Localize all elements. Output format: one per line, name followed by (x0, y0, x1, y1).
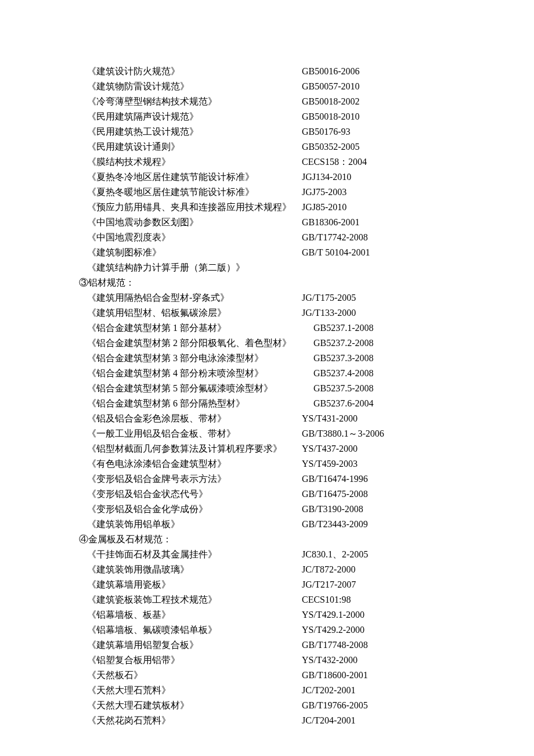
standard-code: GB50176-93 (302, 124, 534, 139)
standard-name: 《膜结构技术规程》 (87, 154, 302, 170)
standard-row: 《铝合金建筑型材第 2 部分阳极氧化、着色型材》GB5237.2-2008 (87, 336, 534, 351)
standard-code: JGJ75-2003 (302, 185, 534, 200)
standard-row: 《有色电泳涂漆铝合金建筑型材》YS/T459-2003 (87, 456, 534, 471)
standard-row: 《膜结构技术规程》CECS158：2004 (87, 154, 534, 170)
standard-code: YS/T429.1-2000 (302, 607, 534, 622)
standard-code: JG/T133-2000 (302, 305, 534, 321)
standard-code (302, 260, 534, 275)
standard-row: 《建筑装饰用微晶玻璃》JC/T872-2000 (87, 562, 534, 577)
standard-code: GB50018-2010 (302, 109, 534, 124)
standard-code: CECS101:98 (302, 592, 534, 607)
standard-row: 《建筑瓷板装饰工程技术规范》CECS101:98 (87, 592, 534, 607)
standard-row: 《铝幕墙板、氟碳喷漆铝单板》YS/T429.2-2000 (87, 622, 534, 638)
standard-name: 《有色电泳涂漆铝合金建筑型材》 (87, 456, 302, 471)
standard-row: 《建筑制图标准》GB/T 50104-2001 (87, 245, 534, 260)
standard-row: 《夏热冬冷地区居住建筑节能设计标准》JGJ134-2010 (87, 170, 534, 185)
standard-row: 《铝幕墙板、板基》YS/T429.1-2000 (87, 607, 534, 622)
standard-row: 《铝合金建筑型材第 6 部分隔热型材》GB5237.6-2004 (87, 396, 534, 411)
standard-row: 《民用建筑隔声设计规范》GB50018-2010 (87, 109, 534, 124)
standard-name: 《中国地震烈度表》 (87, 230, 302, 245)
standard-code: GB/T16474-1996 (302, 471, 534, 487)
standard-row: 《天然大理石荒料》JC/T202-2001 (87, 683, 534, 698)
standard-code: YS/T437-2000 (302, 441, 534, 456)
standard-name: 《铝合金建筑型材第 5 部分氟碳漆喷涂型材》 (87, 381, 302, 396)
standard-name: 《铝合金建筑型材第 3 部分电泳涂漆型材》 (87, 351, 302, 366)
standard-code: GB50352-2005 (302, 139, 534, 154)
standard-row: 《建筑幕墙用铝塑复合板》GB/T17748-2008 (87, 638, 534, 653)
standard-name: 《建筑制图标准》 (87, 245, 302, 260)
standard-row: 《建筑结构静力计算手册（第二版）》 (87, 260, 534, 275)
standard-code: GB50057-2010 (302, 79, 534, 94)
standard-name: 《铝合金建筑型材第 4 部分粉末喷涂型材》 (87, 366, 302, 381)
standard-name: 《冷弯薄壁型钢结构技术规范》 (87, 94, 302, 109)
standard-row: 《变形铝及铝合金化学成份》GB/T3190-2008 (87, 502, 534, 517)
standard-row: 《天然大理石建筑板材》GB/T19766-2005 (87, 698, 534, 713)
standard-row: 《铝及铝合金彩色涂层板、带材》YS/T431-2000 (87, 411, 534, 426)
standard-name: 《干挂饰面石材及其金属挂件》 (87, 547, 302, 562)
standard-row: 《冷弯薄壁型钢结构技术规范》GB50018-2002 (87, 94, 534, 109)
standard-name: 《夏热冬冷地区居住建筑节能设计标准》 (87, 170, 302, 185)
standard-name: 《建筑设计防火规范》 (87, 64, 302, 79)
standard-row: 《建筑用隔热铝合金型材-穿条式》JG/T175-2005 (87, 290, 534, 305)
standard-row: 《铝合金建筑型材第 4 部分粉末喷涂型材》GB5237.4-2008 (87, 366, 534, 381)
standard-code: JC830.1、2-2005 (302, 547, 534, 562)
standard-name: 《建筑幕墙用铝塑复合板》 (87, 638, 302, 653)
standard-row: 《铝塑复合板用铝带》YS/T432-2000 (87, 653, 534, 668)
standard-code: JC/T204-2001 (302, 713, 534, 728)
standard-row: 《铝型材截面几何参数算法及计算机程序要求》YS/T437-2000 (87, 441, 534, 456)
standard-code: GB/T 50104-2001 (302, 245, 534, 260)
standard-row: 《天然花岗石荒料》JC/T204-2001 (87, 713, 534, 728)
standard-name: 《建筑幕墙用瓷板》 (87, 577, 302, 592)
standard-code: GB/T17742-2008 (302, 230, 534, 245)
standard-code: GB5237.5-2008 (313, 381, 534, 396)
standard-name: 《天然大理石荒料》 (87, 683, 302, 698)
standard-row: 《天然板石》GB/T18600-2001 (87, 668, 534, 683)
standard-row: 《民用建筑热工设计规范》GB50176-93 (87, 124, 534, 139)
standard-row: 《变形铝及铝合金牌号表示方法》GB/T16474-1996 (87, 471, 534, 487)
standard-code: GB/T23443-2009 (302, 517, 534, 532)
standard-code: YS/T429.2-2000 (302, 622, 534, 638)
standard-name: 《建筑结构静力计算手册（第二版）》 (87, 260, 302, 275)
standard-code: YS/T432-2000 (302, 653, 534, 668)
standard-row: 《民用建筑设计通则》GB50352-2005 (87, 139, 534, 154)
standard-code: GB5237.4-2008 (313, 366, 534, 381)
standard-name: 《铝及铝合金彩色涂层板、带材》 (87, 411, 302, 426)
standard-code: GB/T3190-2008 (302, 502, 534, 517)
standard-name: 《变形铝及铝合金牌号表示方法》 (87, 471, 302, 487)
standard-code: GB/T19766-2005 (302, 698, 534, 713)
standard-name: 《铝幕墙板、氟碳喷漆铝单板》 (87, 622, 302, 638)
standard-code: JC/T202-2001 (302, 683, 534, 698)
standard-row: 《铝合金建筑型材第 1 部分基材》GB5237.1-2008 (87, 321, 534, 336)
standard-name: 《预应力筋用锚具、夹具和连接器应用技术规程》 (87, 200, 302, 215)
standard-name: 《建筑物防雷设计规范》 (87, 79, 302, 94)
standard-name: 《变形铝及铝合金状态代号》 (87, 487, 302, 502)
standard-name: 《铝合金建筑型材第 6 部分隔热型材》 (87, 396, 302, 411)
standard-code: GB18306-2001 (302, 215, 534, 230)
standard-name: 《铝塑复合板用铝带》 (87, 653, 302, 668)
standard-name: 《建筑瓷板装饰工程技术规范》 (87, 592, 302, 607)
standard-name: 《天然板石》 (87, 668, 302, 683)
section-heading: ④金属板及石材规范： (79, 532, 534, 547)
standard-code: YS/T459-2003 (302, 456, 534, 471)
standard-name: 《铝幕墙板、板基》 (87, 607, 302, 622)
standard-name: 《铝合金建筑型材第 1 部分基材》 (87, 321, 302, 336)
standard-row: 《建筑物防雷设计规范》GB50057-2010 (87, 79, 534, 94)
standard-code: GB5237.6-2004 (313, 396, 534, 411)
document-page: 《建筑设计防火规范》GB50016-2006《建筑物防雷设计规范》GB50057… (0, 0, 534, 751)
standard-code: JC/T872-2000 (302, 562, 534, 577)
standard-name: 《民用建筑设计通则》 (87, 139, 302, 154)
standard-name: 《天然花岗石荒料》 (87, 713, 302, 728)
standard-name: 《天然大理石建筑板材》 (87, 698, 302, 713)
standard-code: JG/T217-2007 (302, 577, 534, 592)
standard-row: 《预应力筋用锚具、夹具和连接器应用技术规程》JGJ85-2010 (87, 200, 534, 215)
standard-name: 《民用建筑隔声设计规范》 (87, 109, 302, 124)
standard-row: 《中国地震烈度表》GB/T17742-2008 (87, 230, 534, 245)
standard-row: 《铝合金建筑型材第 3 部分电泳涂漆型材》GB5237.3-2008 (87, 351, 534, 366)
standard-code: GB50018-2002 (302, 94, 534, 109)
standard-row: 《建筑设计防火规范》GB50016-2006 (87, 64, 534, 79)
standard-row: 《变形铝及铝合金状态代号》GB/T16475-2008 (87, 487, 534, 502)
standard-name: 《变形铝及铝合金化学成份》 (87, 502, 302, 517)
standard-code: GB/T16475-2008 (302, 487, 534, 502)
standard-row: 《夏热冬暖地区居住建筑节能设计标准》JGJ75-2003 (87, 185, 534, 200)
standard-name: 《铝型材截面几何参数算法及计算机程序要求》 (87, 441, 302, 456)
